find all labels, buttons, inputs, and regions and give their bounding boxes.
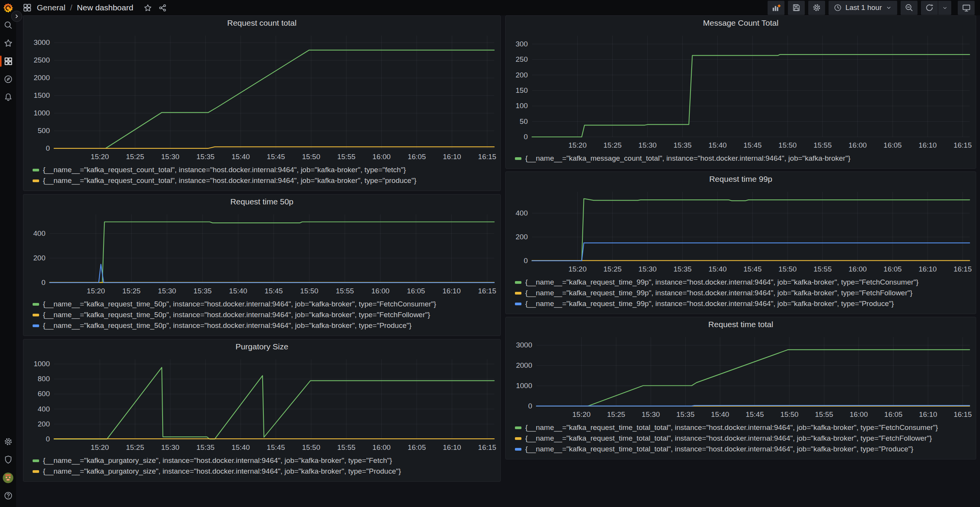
dashboard-toolbar: Last 1 hour — [768, 1, 980, 15]
grafana-dashboard-page: { "nav": { "breadcrumb": {"section": "Ge… — [0, 0, 980, 507]
sidebar-item-dashboards[interactable] — [0, 52, 16, 70]
time-range-label: Last 1 hour — [845, 3, 882, 12]
svg-text:15:40: 15:40 — [229, 287, 247, 295]
chart-legend: {__name__="kafka_message_count_total", i… — [506, 152, 976, 168]
svg-text:15:50: 15:50 — [302, 153, 321, 161]
chart-legend: {__name__="kafka_request_time_99p", inst… — [506, 276, 976, 314]
legend-series-label: {__name__="kafka_request_time_50p", inst… — [43, 321, 411, 330]
shield-icon — [3, 455, 13, 464]
svg-text:16:00: 16:00 — [848, 265, 867, 273]
legend-item[interactable]: {__name__="kafka_purgatory_size", instan… — [33, 455, 497, 466]
panel-title[interactable]: Request time 99p — [506, 172, 976, 186]
dashboards-grid-icon — [3, 56, 13, 66]
svg-text:15:20: 15:20 — [91, 443, 109, 451]
svg-text:3000: 3000 — [516, 341, 532, 349]
user-avatar — [2, 472, 14, 484]
legend-item[interactable]: {__name__="kafka_message_count_total", i… — [515, 153, 973, 164]
svg-text:15:55: 15:55 — [337, 443, 355, 451]
svg-text:15:55: 15:55 — [814, 265, 832, 273]
svg-text:16:10: 16:10 — [443, 153, 461, 161]
dashboard-title: New dashboard — [77, 3, 133, 12]
chart-legend: {__name__="kafka_request_time_50p", inst… — [23, 298, 500, 336]
chart-plot[interactable]: 15:2015:2515:3015:3515:4015:4515:5015:55… — [23, 354, 500, 454]
dashboard-settings-button[interactable] — [808, 1, 825, 15]
clock-icon — [834, 3, 842, 12]
compass-icon — [3, 74, 13, 84]
legend-series-label: {__name__="kafka_request_time_total_tota… — [525, 445, 913, 453]
panel-title[interactable]: Request count total — [23, 16, 500, 30]
legend-item[interactable]: {__name__="kafka_request_time_99p", inst… — [515, 277, 973, 288]
svg-text:15:45: 15:45 — [265, 287, 283, 295]
gear-icon — [812, 3, 821, 12]
sidebar-item-profile[interactable] — [0, 469, 16, 487]
svg-text:0: 0 — [41, 278, 46, 286]
svg-text:16:05: 16:05 — [408, 443, 426, 451]
cycle-view-mode-button[interactable] — [958, 1, 975, 15]
svg-text:0: 0 — [46, 144, 50, 152]
legend-item[interactable]: {__name__="kafka_request_time_50p", inst… — [33, 299, 497, 309]
legend-item[interactable]: {__name__="kafka_request_time_99p", inst… — [515, 298, 973, 309]
legend-color-chip — [515, 292, 521, 295]
favorite-star-icon[interactable] — [143, 3, 152, 12]
legend-series-label: {__name__="kafka_request_count_total", i… — [43, 166, 406, 174]
svg-text:15:25: 15:25 — [126, 443, 144, 451]
svg-text:16:05: 16:05 — [408, 153, 426, 161]
legend-series-label: {__name__="kafka_message_count_total", i… — [525, 154, 850, 163]
svg-text:15:35: 15:35 — [676, 410, 695, 418]
legend-item[interactable]: {__name__="kafka_request_time_total_tota… — [515, 422, 973, 433]
chart-plot[interactable]: 15:2015:2515:3015:3515:4015:4515:5015:55… — [506, 30, 976, 152]
svg-text:500: 500 — [38, 127, 50, 135]
zoom-out-time-button[interactable] — [901, 1, 918, 15]
svg-text:250: 250 — [516, 55, 528, 63]
legend-item[interactable]: {__name__="kafka_request_time_99p", inst… — [515, 288, 973, 298]
svg-text:15:30: 15:30 — [158, 287, 176, 295]
sidebar-item-starred[interactable] — [0, 34, 16, 52]
chevron-down-icon — [942, 5, 948, 11]
legend-item[interactable]: {__name__="kafka_request_count_total", i… — [33, 165, 497, 175]
sidebar-item-settings[interactable] — [0, 433, 16, 451]
panel-title[interactable]: Message Count Total — [506, 16, 976, 30]
legend-color-chip — [515, 281, 521, 284]
svg-text:1000: 1000 — [516, 382, 532, 390]
svg-text:16:10: 16:10 — [919, 265, 937, 273]
sidebar-item-alerting[interactable] — [0, 88, 16, 106]
chart-plot[interactable]: 15:2015:2515:3015:3515:4015:4515:5015:55… — [506, 186, 976, 276]
refresh-interval-dropdown[interactable] — [938, 1, 951, 15]
svg-text:200: 200 — [516, 71, 528, 79]
legend-item[interactable]: {__name__="kafka_purgatory_size", instan… — [33, 466, 497, 477]
apps-grid-icon — [22, 3, 32, 13]
chart-plot[interactable]: 15:2015:2515:3015:3515:4015:4515:5015:55… — [23, 30, 500, 164]
panel-title[interactable]: Purgatory Size — [23, 339, 500, 354]
panel-title[interactable]: Request time 50p — [23, 194, 500, 209]
legend-item[interactable]: {__name__="kafka_request_time_total_tota… — [515, 433, 973, 444]
sidebar-item-help[interactable] — [0, 487, 16, 505]
panel-title[interactable]: Request time total — [506, 317, 976, 332]
zoom-out-icon — [904, 3, 914, 12]
legend-item[interactable]: {__name__="kafka_request_time_50p", inst… — [33, 320, 497, 331]
chart-plot[interactable]: 15:2015:2515:3015:3515:4015:4515:5015:55… — [23, 209, 500, 298]
svg-text:16:00: 16:00 — [371, 287, 390, 295]
svg-text:600: 600 — [38, 390, 50, 398]
sidebar-item-server-admin[interactable] — [0, 451, 16, 469]
svg-text:50: 50 — [520, 117, 528, 125]
panel-request-time-50p: Request time 50p 15:2015:2515:3015:3515:… — [23, 194, 501, 336]
legend-item[interactable]: {__name__="kafka_request_count_total", i… — [33, 175, 497, 186]
share-icon[interactable] — [158, 3, 167, 12]
legend-series-label: {__name__="kafka_request_time_99p", inst… — [525, 300, 894, 308]
svg-text:15:25: 15:25 — [603, 265, 622, 273]
add-panel-button[interactable] — [768, 1, 784, 15]
legend-item[interactable]: {__name__="kafka_request_time_50p", inst… — [33, 309, 497, 320]
svg-text:15:30: 15:30 — [638, 141, 657, 149]
time-range-picker[interactable]: Last 1 hour — [829, 1, 897, 15]
svg-text:15:25: 15:25 — [603, 141, 622, 149]
sidebar-item-explore[interactable] — [0, 70, 16, 88]
refresh-button[interactable] — [921, 1, 938, 15]
breadcrumb-folder[interactable]: General — [37, 3, 66, 12]
svg-text:15:40: 15:40 — [709, 265, 727, 273]
svg-text:15:50: 15:50 — [300, 287, 319, 295]
chart-plot[interactable]: 15:2015:2515:3015:3515:4015:4515:5015:55… — [506, 332, 976, 421]
add-panel-icon — [771, 3, 781, 13]
legend-item[interactable]: {__name__="kafka_request_time_total_tota… — [515, 444, 973, 454]
save-dashboard-button[interactable] — [788, 1, 805, 15]
expand-sidebar-button[interactable] — [11, 11, 22, 22]
